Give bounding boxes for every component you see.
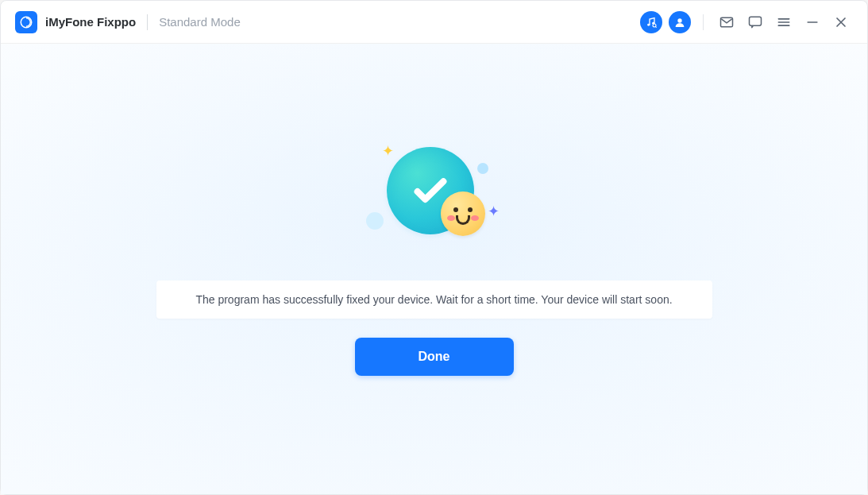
logo-glyph-icon: [19, 15, 33, 29]
titlebar-actions: [639, 10, 853, 34]
account-button[interactable]: [668, 10, 692, 34]
music-search-icon: [640, 11, 662, 33]
svg-rect-6: [750, 17, 762, 25]
status-message: The program has successfully fixed your …: [156, 280, 712, 319]
account-icon: [669, 11, 691, 33]
success-graphic: ✦ ✦: [363, 139, 506, 258]
decoration-dot: [477, 163, 488, 174]
app-logo: [15, 11, 37, 33]
chat-button[interactable]: [743, 10, 767, 34]
minimize-icon: [804, 14, 820, 30]
svg-point-1: [647, 23, 650, 25]
sparkle-icon: ✦: [488, 203, 500, 220]
status-message-text: The program has successfully fixed your …: [195, 293, 672, 306]
titlebar: iMyFone Fixppo Standard Mode: [1, 1, 867, 44]
mail-button[interactable]: [715, 10, 739, 34]
mode-label: Standard Mode: [159, 15, 241, 29]
sparkle-icon: ✦: [382, 142, 394, 160]
brand: iMyFone Fixppo: [15, 11, 136, 33]
decoration-dot: [366, 212, 384, 230]
minimize-button[interactable]: [800, 10, 824, 34]
main-content: ✦ ✦ The program has successfully fixed y…: [1, 44, 867, 494]
separator: [147, 14, 148, 30]
done-button[interactable]: Done: [355, 338, 514, 376]
app-window: iMyFone Fixppo Standard Mode: [0, 0, 868, 495]
music-search-button[interactable]: [639, 10, 663, 34]
menu-button[interactable]: [772, 10, 796, 34]
svg-point-4: [677, 18, 681, 22]
close-icon: [833, 14, 849, 30]
menu-icon: [776, 14, 792, 30]
chat-icon: [747, 14, 763, 30]
mail-icon: [719, 14, 735, 30]
separator: [703, 14, 704, 30]
close-button[interactable]: [829, 10, 853, 34]
app-title: iMyFone Fixppo: [45, 15, 136, 29]
smiley-icon: [441, 191, 485, 236]
